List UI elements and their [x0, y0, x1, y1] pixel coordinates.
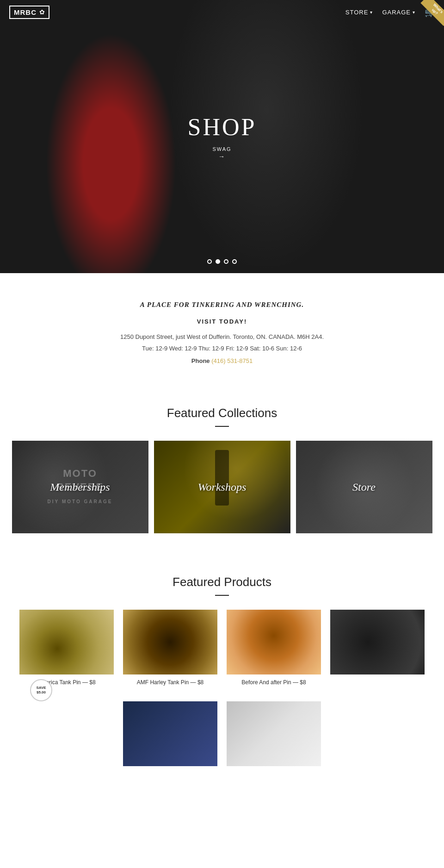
slide-dot-3[interactable] — [224, 259, 228, 264]
product-2[interactable]: AMF Harley Tank Pin — $8 — [123, 610, 217, 687]
slide-dot-1[interactable] — [207, 259, 212, 264]
collections-title: Featured Collections — [9, 406, 435, 420]
slide-dot-2[interactable] — [216, 259, 220, 264]
product-2-name: AMF Harley Tank Pin — $8 — [123, 679, 217, 686]
workshops-tool-icon — [215, 450, 229, 506]
nav-store-label: STORE — [345, 9, 369, 16]
product-6-image — [227, 701, 321, 766]
site-header: MRBC ✿ STORE ▾ GARAGE ▾ 🛒 What's up? — [0, 0, 444, 25]
collections-divider — [215, 426, 229, 427]
hero-sub-text: SWAG — [212, 146, 231, 152]
nav-garage-arrow: ▾ — [413, 10, 415, 15]
product-6[interactable] — [227, 701, 321, 771]
featured-products-section: Featured Products America Tank Pin — $8 … — [0, 556, 444, 808]
logo-text: MRBC — [14, 8, 37, 16]
save-amount: $5.00 — [37, 690, 46, 695]
collection-store[interactable]: Store — [296, 441, 432, 533]
products-grid: America Tank Pin — $8 AMF Harley Tank Pi… — [9, 610, 435, 785]
phone-line: Phone (416) 531-8751 — [9, 357, 435, 364]
product-3-name: Before And after Pin — $8 — [227, 679, 321, 686]
hero-subtitle: SWAG → — [188, 146, 257, 160]
phone-label: Phone — [191, 357, 210, 364]
hero-section: MRBC ✿ STORE ▾ GARAGE ▾ 🛒 What's up? SHO… — [0, 0, 444, 273]
collections-grid: MOTOREVEREDIY MOTO GARAGE Memberships Wo… — [9, 441, 435, 533]
collection-workshops[interactable]: Workshops — [154, 441, 290, 533]
phone-link[interactable]: (416) 531-8751 — [211, 357, 253, 364]
tagline: A PLACE FOR TINKERING AND WRENCHING. — [9, 301, 435, 309]
product-5-image — [123, 701, 217, 766]
hero-content: SHOP SWAG → — [188, 113, 257, 160]
collection-memberships[interactable]: MOTOREVEREDIY MOTO GARAGE Memberships — [12, 441, 148, 533]
workshops-label: Workshops — [198, 481, 246, 493]
logo[interactable]: MRBC ✿ — [9, 6, 49, 19]
info-section: A PLACE FOR TINKERING AND WRENCHING. VIS… — [0, 273, 444, 387]
products-title: Featured Products — [9, 575, 435, 589]
product-1[interactable]: America Tank Pin — $8 — [19, 610, 114, 687]
product-1-image — [19, 610, 114, 674]
product-4-image — [330, 610, 425, 674]
logo-icon: ✿ — [39, 8, 45, 16]
slideshow-dots — [207, 259, 237, 264]
memberships-label: Memberships — [50, 481, 110, 493]
corner-ribbon-wrap: What's up? — [416, 0, 444, 28]
nav-garage-label: GARAGE — [382, 9, 411, 16]
hero-title: SHOP — [188, 113, 257, 141]
corner-ribbon: What's up? — [420, 0, 444, 26]
hours: Tue: 12-9 Wed: 12-9 Thu: 12-9 Fri: 12-9 … — [9, 345, 435, 352]
save-badge: SAVE $5.00 — [30, 679, 52, 701]
hero-arrow-icon: → — [218, 153, 226, 160]
slide-dot-4[interactable] — [232, 259, 237, 264]
product-4[interactable] — [330, 610, 425, 687]
product-3[interactable]: Before And after Pin — $8 — [227, 610, 321, 687]
product-5[interactable] — [123, 701, 217, 771]
product-3-image — [227, 610, 321, 674]
nav-store[interactable]: STORE ▾ — [345, 9, 373, 16]
store-label: Store — [352, 481, 376, 493]
featured-collections-section: Featured Collections MOTOREVEREDIY MOTO … — [0, 387, 444, 556]
product-2-image — [123, 610, 217, 674]
products-divider — [215, 595, 229, 596]
save-label: SAVE — [36, 686, 46, 690]
nav-garage[interactable]: GARAGE ▾ — [382, 9, 415, 16]
nav-store-arrow: ▾ — [370, 10, 373, 15]
address: 1250 Dupont Street, just West of Dufferi… — [9, 333, 435, 340]
visit-label: VISIT TODAY! — [9, 318, 435, 325]
